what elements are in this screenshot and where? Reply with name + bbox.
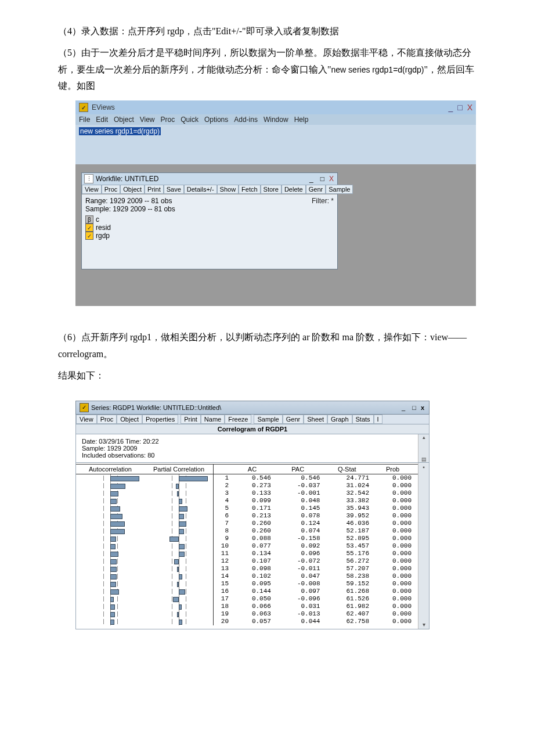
col-ac-bar: Autocorrelation xyxy=(76,464,145,474)
wf-show-button[interactable]: Show xyxy=(217,185,239,194)
correlogram-meta: Date: 03/29/16 Time: 20:22 Sample: 1929 … xyxy=(75,434,430,463)
cell-prob: 0.000 xyxy=(371,497,414,505)
cell-lag: 17 xyxy=(214,595,232,603)
wf-close-icon[interactable]: X xyxy=(329,175,334,183)
cell-qstat: 35.943 xyxy=(322,505,371,512)
scroll-up-icon[interactable]: ▴ xyxy=(423,434,425,440)
menu-options[interactable]: Options xyxy=(204,116,228,124)
wf-save-button[interactable]: Save xyxy=(164,185,184,194)
sr-properties-button[interactable]: Properties xyxy=(142,415,178,424)
cell-pac: -0.013 xyxy=(273,610,323,618)
cell-pac: 0.546 xyxy=(273,474,323,482)
cell-pac: -0.037 xyxy=(273,482,323,489)
menu-proc[interactable]: Proc xyxy=(161,116,175,124)
sr-sheet-button[interactable]: Sheet xyxy=(304,415,327,424)
cell-lag: 7 xyxy=(214,520,232,527)
col-ac: AC xyxy=(231,464,273,474)
table-row: 60.213 0.07839.9520.000 xyxy=(76,512,429,520)
minimize-icon[interactable]: _ xyxy=(448,103,453,112)
correlogram-table: Autocorrelation Partial Correlation AC P… xyxy=(76,464,429,625)
close-icon[interactable]: X xyxy=(467,103,472,112)
sr-proc-button[interactable]: Proc xyxy=(97,415,117,424)
cell-pac: -0.008 xyxy=(273,580,323,588)
sr-freeze-button[interactable]: Freeze xyxy=(225,415,251,424)
sr-stats-button[interactable]: Stats xyxy=(352,415,374,424)
cell-ac: 0.171 xyxy=(231,505,273,512)
meta-date: Date: 03/29/16 Time: 20:22 xyxy=(82,438,423,445)
bar-cell xyxy=(145,512,214,520)
bar-cell xyxy=(76,474,145,482)
workfile-titlebar: ⋮ Workfile: UNTITLED _ □ X xyxy=(82,173,337,185)
sr-maximize-icon[interactable]: □ xyxy=(412,404,416,411)
wf-delete-button[interactable]: Delete xyxy=(282,185,306,194)
menu-addins[interactable]: Add-ins xyxy=(234,116,258,124)
wf-view-button[interactable]: View xyxy=(82,185,102,194)
paragraph-5: （5）由于一次差分后才是平稳时间序列，所以数据为一阶单整。原始数据非平稳，不能直… xyxy=(58,45,476,95)
sr-close-icon[interactable]: x xyxy=(421,404,424,411)
wf-genr-button[interactable]: Genr xyxy=(306,185,326,194)
cell-lag: 12 xyxy=(214,557,232,565)
var-resid[interactable]: ✓resid xyxy=(85,224,334,232)
cell-qstat: 59.152 xyxy=(322,580,371,588)
menu-window[interactable]: Window xyxy=(264,116,288,124)
wf-maximize-icon[interactable]: □ xyxy=(320,175,324,183)
wf-print-button[interactable]: Print xyxy=(145,185,164,194)
cell-lag: 10 xyxy=(214,542,232,550)
var-rgdp[interactable]: ✓rgdp xyxy=(85,232,334,240)
scroll-down-icon[interactable]: ▾ xyxy=(423,621,425,628)
cell-prob: 0.000 xyxy=(371,595,414,603)
bar-cell xyxy=(76,603,145,610)
cell-lag: 4 xyxy=(214,497,232,505)
cell-ac: 0.077 xyxy=(231,542,273,550)
bar-cell xyxy=(76,512,145,520)
series-title: Series: RGDP1 Workfile: UNTITLED::Untitl… xyxy=(91,404,398,411)
wf-fetch-button[interactable]: Fetch xyxy=(239,185,261,194)
menu-object[interactable]: Object xyxy=(114,116,134,124)
scrollbar-top[interactable]: ▴▤ xyxy=(418,434,429,462)
cell-lag: 1 xyxy=(214,474,232,482)
sr-genr-button[interactable]: Genr xyxy=(283,415,304,424)
sr-print-button[interactable]: Print xyxy=(181,415,201,424)
menu-edit[interactable]: Edit xyxy=(96,116,108,124)
sr-graph-button[interactable]: Graph xyxy=(327,415,352,424)
var-c[interactable]: βc xyxy=(85,215,334,224)
table-row: 130.098-0.01157.2070.000 xyxy=(76,565,429,573)
wf-minimize-icon[interactable]: _ xyxy=(309,175,313,183)
menu-view[interactable]: View xyxy=(140,116,155,124)
wf-proc-button[interactable]: Proc xyxy=(102,185,121,194)
cell-qstat: 46.036 xyxy=(322,520,371,527)
sr-object-button[interactable]: Object xyxy=(117,415,142,424)
scroll-handle-icon[interactable]: ▪ xyxy=(423,464,425,470)
wf-store-button[interactable]: Store xyxy=(261,185,282,194)
scrollbar[interactable]: ▪ ▾ xyxy=(418,463,429,629)
cell-ac: 0.260 xyxy=(231,520,273,527)
maximize-icon[interactable]: □ xyxy=(457,103,462,112)
menu-quick[interactable]: Quick xyxy=(181,116,199,124)
wf-object-button[interactable]: Object xyxy=(120,185,145,194)
menu-help[interactable]: Help xyxy=(294,116,309,124)
sr-i-button[interactable]: I xyxy=(374,415,383,424)
menu-file[interactable]: File xyxy=(79,116,90,124)
table-row: 50.171 0.14535.9430.000 xyxy=(76,505,429,512)
cell-ac: 0.133 xyxy=(231,489,273,497)
eviews-title: EViews xyxy=(92,103,448,111)
cell-lag: 19 xyxy=(214,610,232,618)
wf-sample-button[interactable]: Sample xyxy=(326,185,353,194)
wf-details-button[interactable]: Details+/- xyxy=(184,185,217,194)
workfile-toolbar: View Proc Object Print Save Details+/- S… xyxy=(82,185,337,195)
bar-cell xyxy=(76,505,145,512)
command-area[interactable]: new series rgdp1=d(rgdp) xyxy=(75,125,476,164)
cell-prob: 0.000 xyxy=(371,565,414,573)
sr-minimize-icon[interactable]: _ xyxy=(402,404,405,411)
command-input[interactable]: new series rgdp1=d(rgdp) xyxy=(79,127,161,135)
cell-qstat: 52.187 xyxy=(322,527,371,535)
sr-view-button[interactable]: View xyxy=(76,415,97,424)
scroll-thumb-icon[interactable]: ▤ xyxy=(421,456,427,462)
col-prob: Prob xyxy=(371,464,414,474)
bar-cell xyxy=(76,482,145,489)
sr-name-button[interactable]: Name xyxy=(201,415,225,424)
paragraph-6a: （6）点开新序列 rgdp1，做相关图分析，以判断动态序列的 ar 阶数和 ma… xyxy=(58,329,476,363)
meta-sample: Sample: 1929 2009 xyxy=(82,445,423,452)
eviews-window: ✓ EViews _ □ X File Edit Object View Pro… xyxy=(75,100,476,306)
sr-sample-button[interactable]: Sample xyxy=(254,415,282,424)
